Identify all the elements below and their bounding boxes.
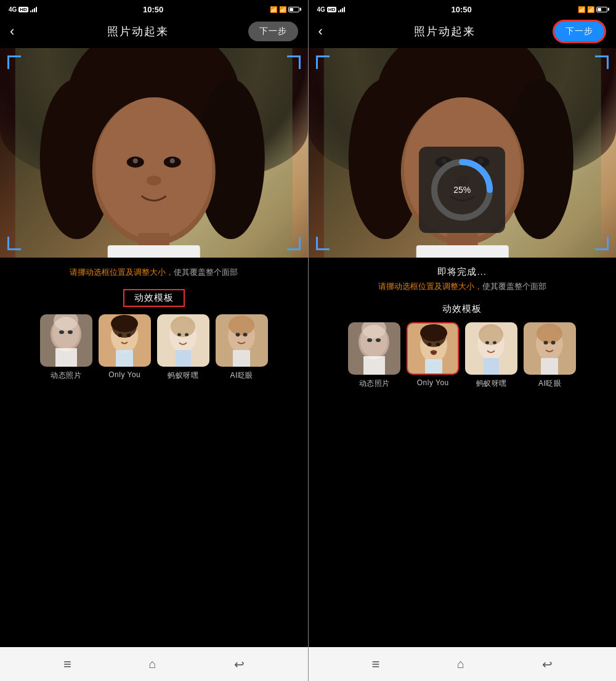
- left-template-item-dongzhaopian[interactable]: 动态照片: [40, 314, 92, 381]
- left-template-section: 动效模板 动态照片: [0, 283, 308, 647]
- right-bluetooth-icon: 📶: [578, 6, 585, 13]
- right-template-item-aizayan[interactable]: AI眨眼: [524, 322, 576, 389]
- svg-point-60: [376, 338, 381, 342]
- svg-point-5: [95, 97, 213, 239]
- right-status-left: 4G HD: [317, 6, 346, 13]
- right-next-button[interactable]: 下一步: [553, 20, 606, 43]
- right-time: 10:50: [452, 5, 472, 14]
- svg-rect-51: [416, 245, 508, 258]
- right-battery-icon: [596, 7, 607, 12]
- right-home-icon[interactable]: ⌂: [457, 657, 464, 671]
- svg-point-10: [147, 176, 161, 186]
- svg-point-25: [118, 333, 122, 337]
- right-template-item-mayaning[interactable]: 蚂蚁呀嘿: [465, 322, 517, 389]
- svg-rect-78: [541, 358, 558, 375]
- right-menu-icon[interactable]: ≡: [371, 656, 379, 672]
- right-progress-text: 25%: [453, 185, 471, 195]
- svg-point-32: [185, 333, 188, 336]
- left-next-button[interactable]: 下一步: [248, 22, 298, 41]
- left-template-item-mayaning[interactable]: 蚂蚁呀嘿: [157, 314, 209, 381]
- svg-point-73: [485, 341, 489, 345]
- svg-point-31: [177, 333, 181, 336]
- left-instruction-rest: 使其覆盖整个面部: [174, 267, 238, 277]
- svg-point-8: [133, 158, 138, 163]
- left-back-button[interactable]: ‹: [10, 23, 28, 39]
- right-template-section: 动效模板 动态照片: [309, 297, 617, 647]
- left-face-photo: [0, 48, 308, 258]
- right-template-label-3: 蚂蚁呀嘿: [476, 378, 507, 389]
- right-back-nav-icon[interactable]: ↩: [542, 657, 553, 672]
- svg-point-37: [235, 333, 240, 336]
- right-template-thumb-2-selected: [407, 322, 459, 375]
- left-phone-screen: 4G HD 10:50 📶 📶 ‹ 照片动起来 下一步: [0, 0, 308, 681]
- left-top-nav: ‹ 照片动起来 下一步: [0, 17, 308, 48]
- left-status-bar: 4G HD 10:50 📶 📶: [0, 0, 308, 17]
- svg-point-68: [431, 350, 437, 355]
- svg-point-26: [126, 333, 131, 337]
- left-bottom-nav: ≡ ⌂ ↩: [0, 647, 308, 681]
- svg-point-23: [111, 315, 138, 332]
- left-templates-row: 动态照片 Only You: [10, 314, 298, 381]
- right-nav-title: 照片动起来: [414, 24, 476, 39]
- right-network-label: 4G: [317, 6, 325, 13]
- svg-rect-58: [363, 356, 385, 375]
- left-status-left: 4G HD: [9, 6, 37, 13]
- left-template-title-container: 动效模板: [10, 289, 298, 307]
- left-template-item-aizayan[interactable]: AI眨眼: [216, 314, 268, 381]
- svg-rect-24: [116, 350, 133, 367]
- right-template-title: 动效模板: [442, 303, 482, 314]
- svg-point-66: [428, 343, 432, 346]
- left-network-label: 4G: [9, 6, 17, 13]
- left-home-icon[interactable]: ⌂: [149, 657, 156, 671]
- left-template-label-3: 蚂蚁呀嘿: [168, 370, 198, 381]
- svg-point-18: [59, 330, 64, 334]
- left-hd-label: HD: [18, 7, 28, 12]
- left-time: 10:50: [143, 5, 163, 14]
- svg-point-29: [171, 316, 195, 337]
- left-instruction-highlight: 请挪动选框位置及调整大小，: [70, 267, 174, 277]
- right-instruction-rest: 使其覆盖整个面部: [482, 282, 546, 291]
- svg-rect-30: [176, 350, 191, 367]
- right-template-title-container: 动效模板: [318, 303, 607, 315]
- svg-point-9: [170, 158, 175, 163]
- svg-point-80: [551, 341, 556, 345]
- right-phone-screen: 4G HD 10:50 📶 📶 ‹ 照片动起来 下一步: [309, 0, 617, 681]
- right-template-label-2: Only You: [417, 378, 449, 387]
- right-templates-row: 动态照片: [318, 322, 607, 389]
- svg-rect-72: [484, 358, 499, 375]
- right-template-item-onlyyou[interactable]: Only You: [407, 322, 459, 389]
- left-menu-icon[interactable]: ≡: [63, 656, 71, 672]
- right-progress-overlay: 25%: [419, 147, 505, 233]
- right-status-bar: 4G HD 10:50 📶 📶: [309, 0, 617, 17]
- right-template-thumb-4: [524, 322, 576, 375]
- right-template-label-1: 动态照片: [359, 378, 390, 389]
- left-template-label-4: AI眨眼: [230, 370, 253, 381]
- right-hd-label: HD: [327, 7, 337, 12]
- svg-point-19: [68, 330, 73, 334]
- right-instruction-highlight: 请挪动选框位置及调整大小，: [378, 282, 482, 291]
- right-back-button[interactable]: ‹: [318, 23, 337, 39]
- right-almost-done: 即将完成...: [315, 266, 610, 278]
- left-template-label-1: 动态照片: [51, 370, 81, 381]
- left-signal-bars: [30, 6, 37, 12]
- left-status-right: 📶 📶: [270, 6, 299, 13]
- svg-point-71: [479, 324, 503, 345]
- svg-point-74: [493, 341, 496, 345]
- left-battery-icon: [288, 7, 299, 12]
- left-template-item-onlyyou[interactable]: Only You: [99, 314, 151, 381]
- right-template-thumb-1: [348, 322, 400, 375]
- right-progress-ring: 25%: [428, 156, 496, 224]
- left-battery-fill: [290, 8, 293, 11]
- right-bottom-nav: ≡ ⌂ ↩: [309, 647, 617, 681]
- right-template-label-4: AI眨眼: [538, 378, 561, 389]
- left-nav-title: 照片动起来: [107, 24, 169, 39]
- right-template-item-dongzhaopian[interactable]: 动态照片: [348, 322, 400, 389]
- right-image-area: 25%: [309, 48, 617, 258]
- left-back-nav-icon[interactable]: ↩: [234, 657, 245, 672]
- left-template-label-2: Only You: [108, 370, 140, 379]
- left-template-thumb-2: [99, 314, 151, 367]
- left-template-thumb-4: [216, 314, 268, 367]
- left-template-title: 动效模板: [123, 289, 185, 307]
- svg-point-35: [229, 316, 254, 335]
- right-template-thumb-3: [465, 322, 517, 375]
